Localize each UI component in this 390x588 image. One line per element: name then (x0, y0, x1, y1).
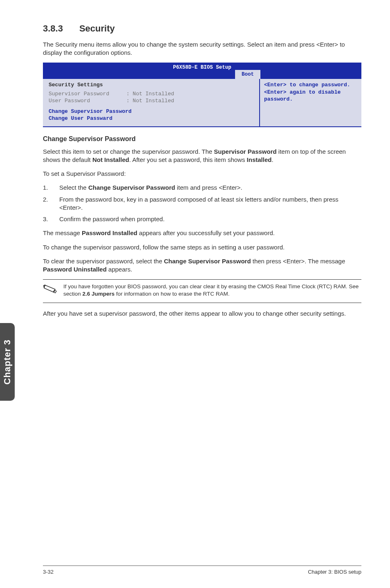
paragraph: To set a Supervisor Password: (43, 170, 361, 178)
bios-left-pane: Security Settings Supervisor Password : … (43, 79, 260, 126)
text: then press <Enter>. The message (251, 258, 345, 265)
bold-text: Supervisor Password (214, 148, 276, 155)
list-item: 3. Confirm the password when prompted. (43, 215, 361, 223)
bold-text: Change Supervisor Password (88, 184, 175, 191)
bold-text: 2.6 Jumpers (83, 291, 115, 297)
paragraph: The message Password Installed appears a… (43, 229, 361, 237)
text: The message (43, 229, 82, 236)
steps-list: 1. Select the Change Supervisor Password… (43, 184, 361, 223)
bold-text: Not Installed (92, 156, 129, 163)
text: item and press <Enter>. (175, 184, 242, 191)
note-block: If you have forgotten your BIOS password… (43, 279, 361, 303)
list-item: 2. From the password box, key in a passw… (43, 195, 361, 212)
bios-value: : Not Installed (126, 90, 174, 98)
text: Select this item to set or change the su… (43, 148, 214, 155)
subheading-change-supervisor: Change Supervisor Password (43, 135, 361, 144)
footer-chapter: Chapter 3: BIOS setup (308, 568, 361, 576)
bios-header: P6X58D-E BIOS Setup Boot (43, 63, 361, 79)
chapter-label: Chapter 3 (1, 339, 13, 384)
bios-label: User Password (49, 97, 126, 105)
section-number: 3.8.3 (43, 22, 63, 35)
bios-help-enter2: <Enter> (264, 89, 287, 95)
step-number: 3. (43, 215, 59, 223)
text: appears after you successfully set your … (137, 229, 275, 236)
intro-paragraph: The Security menu items allow you to cha… (43, 40, 361, 57)
paragraph: Select this item to set or change the su… (43, 148, 361, 164)
paragraph: To change the supervisor password, follo… (43, 243, 361, 251)
bios-help-enter1: <Enter> (264, 82, 287, 88)
bios-screenshot: P6X58D-E BIOS Setup Boot Security Settin… (43, 63, 361, 127)
bios-tab-boot: Boot (234, 69, 261, 79)
bios-value: : Not Installed (126, 97, 174, 105)
list-item: 1. Select the Change Supervisor Password… (43, 184, 361, 192)
bold-text: Password Installed (82, 229, 137, 236)
text: . (271, 156, 273, 163)
note-pencil-icon (43, 283, 63, 298)
bios-row-supervisor: Supervisor Password : Not Installed (49, 90, 253, 98)
bios-change-user: Change User Passward (49, 115, 253, 122)
step-text: Select the Change Supervisor Password it… (59, 184, 242, 192)
text: To clear the supervisor password, select… (43, 258, 164, 265)
text: appears. (107, 266, 132, 273)
bios-right-pane: <Enter> to change password. <Enter> agai… (260, 79, 361, 126)
section-heading: 3.8.3Security (43, 22, 361, 35)
text: . After you set a password, this item sh… (129, 156, 247, 163)
text: Select the (59, 184, 88, 191)
bold-text: Change Supervisor Password (164, 258, 251, 265)
paragraph: To clear the supervisor password, select… (43, 257, 361, 274)
bios-help-text1: to change password. (287, 82, 350, 88)
bios-row-user: User Password : Not Installed (49, 97, 253, 105)
bios-title: P6X58D-E BIOS Setup (43, 63, 361, 71)
step-number: 2. (43, 195, 59, 212)
page-footer: 3-32 Chapter 3: BIOS setup (43, 566, 361, 576)
paragraph: After you have set a supervisor password… (43, 310, 361, 318)
bios-change-supervisor: Change Supervisor Password (49, 108, 253, 115)
note-text: If you have forgotten your BIOS password… (63, 283, 361, 298)
chapter-side-tab: Chapter 3 (0, 323, 15, 401)
bold-text: Password Uninstalled (43, 266, 107, 273)
section-title: Security (79, 23, 115, 34)
bios-security-settings-title: Security Settings (49, 81, 253, 89)
step-text: From the password box, key in a password… (59, 195, 361, 212)
step-number: 1. (43, 184, 59, 192)
bios-body: Security Settings Supervisor Password : … (43, 79, 361, 126)
step-text: Confirm the password when prompted. (59, 215, 165, 223)
page-number: 3-32 (43, 568, 54, 576)
text: for information on how to erase the RTC … (114, 291, 229, 297)
bold-text: Installed (247, 156, 272, 163)
bios-label: Supervisor Password (49, 90, 126, 98)
